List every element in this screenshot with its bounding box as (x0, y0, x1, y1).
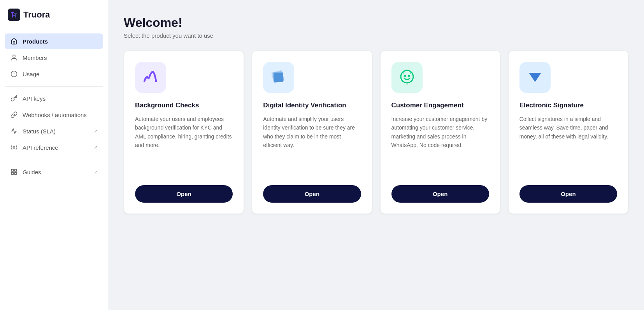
sidebar-item-members[interactable]: Members (5, 50, 103, 65)
customer-engagement-open-button[interactable]: Open (391, 185, 489, 203)
sidebar-item-api-keys[interactable]: API keys (5, 91, 103, 106)
welcome-subtitle: Select the product you want to use (124, 32, 628, 39)
product-card-background-checks: Background Checks Automate your users an… (124, 51, 244, 214)
svg-point-15 (408, 75, 410, 77)
guides-icon (10, 168, 18, 176)
sidebar-item-api-keys-label: API keys (23, 95, 46, 102)
api-ref-icon (10, 144, 18, 151)
electronic-signature-icon-wrapper (519, 62, 551, 93)
sidebar-item-members-label: Members (23, 54, 47, 61)
products-grid: Background Checks Automate your users an… (124, 51, 628, 214)
webhooks-icon (10, 111, 18, 119)
customer-engagement-icon (397, 67, 417, 88)
sidebar-section-dev: API keys Webhooks / automations Statu (5, 91, 103, 160)
digital-identity-title: Digital Identity Verification (263, 102, 361, 109)
sidebar-item-status[interactable]: Status (SLA) ↗ (5, 123, 103, 139)
electronic-signature-open-button[interactable]: Open (519, 185, 617, 203)
background-checks-title: Background Checks (135, 102, 233, 109)
welcome-title: Welcome! (124, 16, 628, 30)
digital-identity-open-button[interactable]: Open (263, 185, 361, 203)
sidebar-item-webhooks[interactable]: Webhooks / automations (5, 107, 103, 123)
truora-logo-icon (8, 9, 20, 21)
api-keys-icon (10, 95, 18, 102)
sidebar-item-products-label: Products (23, 38, 48, 45)
svg-rect-0 (8, 9, 20, 21)
api-ref-external-icon: ↗ (94, 145, 98, 150)
sidebar-section-main: Products Members (5, 33, 103, 87)
status-icon (10, 127, 18, 135)
svg-rect-8 (15, 173, 17, 175)
background-checks-icon (141, 68, 160, 87)
status-external-icon: ↗ (94, 128, 98, 134)
svg-rect-7 (15, 169, 17, 171)
svg-point-1 (13, 55, 15, 57)
customer-engagement-desc: Increase your customer engagement by aut… (391, 115, 489, 174)
electronic-signature-icon (525, 67, 545, 88)
svg-point-14 (404, 75, 406, 77)
usage-icon (10, 70, 18, 78)
product-card-digital-identity: Digital Identity Verification Automate a… (252, 51, 372, 214)
electronic-signature-desc: Collect signatures in a simple and seaml… (519, 115, 617, 174)
sidebar-item-api-ref[interactable]: API reference ↗ (5, 140, 103, 155)
digital-identity-icon-wrapper (263, 62, 294, 93)
digital-identity-desc: Automate and simplify your users identit… (263, 115, 361, 174)
background-checks-desc: Automate your users and employees backgr… (135, 115, 233, 174)
members-icon (10, 54, 18, 61)
home-icon (10, 37, 18, 45)
sidebar-item-guides-label: Guides (23, 169, 41, 175)
background-checks-icon-wrapper (135, 62, 166, 93)
sidebar: Truora Products (0, 0, 108, 310)
background-checks-open-button[interactable]: Open (135, 185, 233, 203)
sidebar-item-usage-label: Usage (23, 71, 39, 77)
main-content: Welcome! Select the product you want to … (108, 0, 644, 310)
electronic-signature-title: Electronic Signature (519, 102, 617, 109)
customer-engagement-icon-wrapper (391, 62, 423, 93)
sidebar-item-api-ref-label: API reference (23, 144, 58, 151)
sidebar-section-guides: Guides ↗ (5, 164, 103, 184)
svg-marker-16 (529, 73, 541, 82)
guides-external-icon: ↗ (94, 169, 98, 175)
svg-rect-9 (11, 173, 13, 175)
customer-engagement-title: Customer Engagement (391, 102, 489, 109)
svg-rect-6 (11, 169, 13, 171)
sidebar-item-usage[interactable]: Usage (5, 66, 103, 82)
sidebar-nav: Products Members (0, 30, 108, 191)
sidebar-item-products[interactable]: Products (5, 33, 103, 49)
svg-point-13 (401, 70, 413, 83)
svg-rect-12 (274, 73, 283, 82)
product-card-electronic-signature: Electronic Signature Collect signatures … (508, 51, 628, 214)
sidebar-item-webhooks-label: Webhooks / automations (23, 112, 87, 118)
product-card-customer-engagement: Customer Engagement Increase your custom… (380, 51, 500, 214)
logo-area: Truora (0, 0, 108, 30)
logo-text: Truora (23, 10, 50, 20)
sidebar-item-guides[interactable]: Guides ↗ (5, 164, 103, 180)
sidebar-item-status-label: Status (SLA) (23, 128, 56, 135)
digital-identity-icon (268, 67, 289, 88)
svg-point-5 (13, 147, 15, 149)
